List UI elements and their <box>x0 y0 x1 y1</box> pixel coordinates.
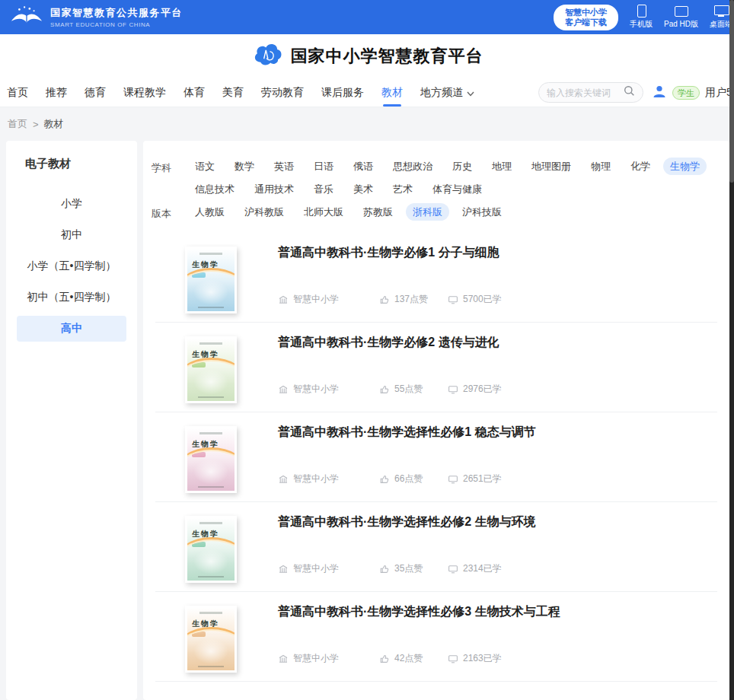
book-cover[interactable]: 生物学 <box>185 247 237 313</box>
sidebar-item[interactable]: 高中 <box>17 316 126 342</box>
page-scrollbar[interactable] <box>729 0 734 700</box>
learned-monitor-icon <box>448 384 458 395</box>
sidebar-item[interactable]: 初中 <box>17 222 126 248</box>
nav-item-local-channels[interactable]: 地方频道 <box>420 86 474 100</box>
subject-filter-items: 语文 数学 英语 日语 俄语 思想政治 历史 地理 地理图册 物理 化学 <box>188 152 719 198</box>
breadcrumb-separator: > <box>33 119 39 130</box>
sidebar-item[interactable]: 小学 <box>17 191 126 217</box>
book-title[interactable]: 普通高中教科书·生物学选择性必修2 生物与环境 <box>278 514 536 530</box>
version-filter-label: 版本 <box>152 198 188 221</box>
book-publisher: 智慧中小学 <box>293 562 339 575</box>
book-list-item: 生物学 普通高中教科书·生物学选择性必修2 生物与环境 智慧中小学 <box>155 502 717 592</box>
publisher-building-icon <box>278 384 289 395</box>
cloud-logo-icon[interactable] <box>251 41 283 72</box>
platform-title: 国家智慧教育公共服务平台 <box>50 6 183 20</box>
book-title[interactable]: 普通高中教科书·生物学选择性必修1 稳态与调节 <box>278 425 536 441</box>
version-filter-item[interactable]: 沪科教版 <box>238 203 291 221</box>
version-filter-items: 人教版 沪科教版 北师大版 苏教版 浙科版 沪科技版 <box>188 198 515 221</box>
nav-item[interactable]: 德育 <box>85 86 106 100</box>
book-cover[interactable]: 生物学 <box>185 606 237 673</box>
subject-filter-item[interactable]: 历史 <box>445 158 479 175</box>
learned-monitor-icon <box>448 654 458 664</box>
user-avatar-icon[interactable] <box>652 84 667 102</box>
publisher-building-icon <box>278 294 289 305</box>
subject-filter-item[interactable]: 信息技术 <box>188 180 241 198</box>
version-filter-item[interactable]: 浙科版 <box>406 203 449 221</box>
book-list-item: 生物学 普通高中教科书·生物学选择性必修1 稳态与调节 智慧中小学 <box>155 412 717 502</box>
breadcrumb-home[interactable]: 首页 <box>8 117 27 131</box>
nav-item[interactable]: 推荐 <box>46 86 67 100</box>
subject-filter-item[interactable]: 通用技术 <box>247 180 301 198</box>
subject-filter-item[interactable]: 体育与健康 <box>426 180 489 198</box>
subject-filter-item[interactable]: 地理图册 <box>525 158 578 175</box>
book-title[interactable]: 普通高中教科书·生物学必修1 分子与细胞 <box>278 245 502 261</box>
sidebar-title: 电子教材 <box>6 141 137 171</box>
device-icon <box>714 5 728 17</box>
publisher-building-icon <box>278 654 289 664</box>
search-input[interactable] <box>547 88 619 98</box>
platform-logo[interactable]: 国家智慧教育公共服务平台 SMART EDUCATION OF CHINA <box>9 5 183 30</box>
nav-item[interactable]: 美育 <box>222 86 244 100</box>
topbar: 国家智慧教育公共服务平台 SMART EDUCATION OF CHINA 智慧… <box>0 0 734 34</box>
subject-filter-item[interactable]: 日语 <box>307 158 340 175</box>
user-area[interactable]: 学生 用户5562 <box>652 84 734 102</box>
subject-filter-item[interactable]: 语文 <box>188 158 222 175</box>
device-download-link[interactable]: Pad HD版 <box>664 5 698 30</box>
nav-item[interactable]: 课程教学 <box>123 86 166 100</box>
subject-filter-item[interactable]: 音乐 <box>307 180 340 198</box>
nav-item[interactable]: 劳动教育 <box>261 86 304 100</box>
nav-item[interactable]: 课后服务 <box>321 86 364 100</box>
book-publisher: 智慧中小学 <box>293 383 339 396</box>
search-box[interactable] <box>538 82 643 103</box>
subject-filter-item[interactable]: 地理 <box>485 158 519 175</box>
thumbs-up-icon <box>379 384 390 395</box>
device-links: 手机版 Pad HD版 桌面端 <box>630 5 732 30</box>
sidebar-item[interactable]: 初中（五•四学制） <box>17 285 126 310</box>
version-filter-item[interactable]: 苏教版 <box>356 203 400 221</box>
book-cover[interactable]: 生物学 <box>185 516 237 583</box>
subject-filter-item[interactable]: 数学 <box>228 158 261 175</box>
scrollbar-thumb[interactable] <box>729 0 734 183</box>
client-download-button[interactable]: 智慧中小学 客户端下载 <box>554 5 618 30</box>
device-label: 手机版 <box>630 19 653 30</box>
device-icon <box>634 5 648 17</box>
device-download-link[interactable]: 手机版 <box>630 5 653 30</box>
book-learned: 5700已学 <box>463 293 502 306</box>
chevron-down-icon <box>467 87 474 99</box>
book-likes: 42点赞 <box>394 652 423 665</box>
search-icon[interactable] <box>624 85 635 100</box>
version-filter-item[interactable]: 人教版 <box>188 203 231 221</box>
nav-item[interactable]: 体育 <box>184 86 205 100</box>
nav-item[interactable]: 首页 <box>7 86 28 100</box>
nav-item[interactable]: 教材 <box>381 86 403 100</box>
thumbs-up-icon <box>379 654 390 664</box>
subject-filter-item[interactable]: 物理 <box>584 158 618 175</box>
subject-filter-item[interactable]: 化学 <box>624 158 657 175</box>
subject-filter-label: 学科 <box>152 152 188 175</box>
book-likes: 55点赞 <box>394 383 423 396</box>
site-title: 国家中小学智慧教育平台 <box>291 45 483 68</box>
book-learned: 2651已学 <box>463 473 502 485</box>
thumbs-up-icon <box>379 474 390 485</box>
book-title[interactable]: 普通高中教科书·生物学必修2 遗传与进化 <box>278 335 502 351</box>
publisher-building-icon <box>278 564 289 574</box>
role-badge: 学生 <box>672 86 700 100</box>
book-list-item: 生物学 普通高中教科书·生物学必修2 遗传与进化 智慧中小学 <box>155 323 717 412</box>
subject-filter-item[interactable]: 俄语 <box>346 158 380 175</box>
sidebar-item[interactable]: 小学（五•四学制） <box>17 253 126 279</box>
subject-filter-item[interactable]: 英语 <box>267 158 301 175</box>
thumbs-up-icon <box>379 564 390 574</box>
subject-filter-item[interactable]: 美术 <box>346 180 380 198</box>
subject-filter-item[interactable]: 生物学 <box>663 158 707 175</box>
version-filter-item[interactable]: 沪科技版 <box>455 203 509 221</box>
book-cover[interactable]: 生物学 <box>185 336 237 403</box>
publisher-building-icon <box>278 474 289 485</box>
book-title[interactable]: 普通高中教科书·生物学选择性必修3 生物技术与工程 <box>278 604 560 620</box>
sidebar: 电子教材 小学 初中 小学（五•四学制） 初中（五•四学制） 高中 <box>6 141 137 700</box>
thumbs-up-icon <box>379 294 390 305</box>
site-header: 国家中小学智慧教育平台 <box>0 34 734 78</box>
subject-filter-item[interactable]: 艺术 <box>386 180 420 198</box>
version-filter-item[interactable]: 北师大版 <box>297 203 350 221</box>
book-cover[interactable]: 生物学 <box>185 426 237 493</box>
subject-filter-item[interactable]: 思想政治 <box>386 158 439 175</box>
